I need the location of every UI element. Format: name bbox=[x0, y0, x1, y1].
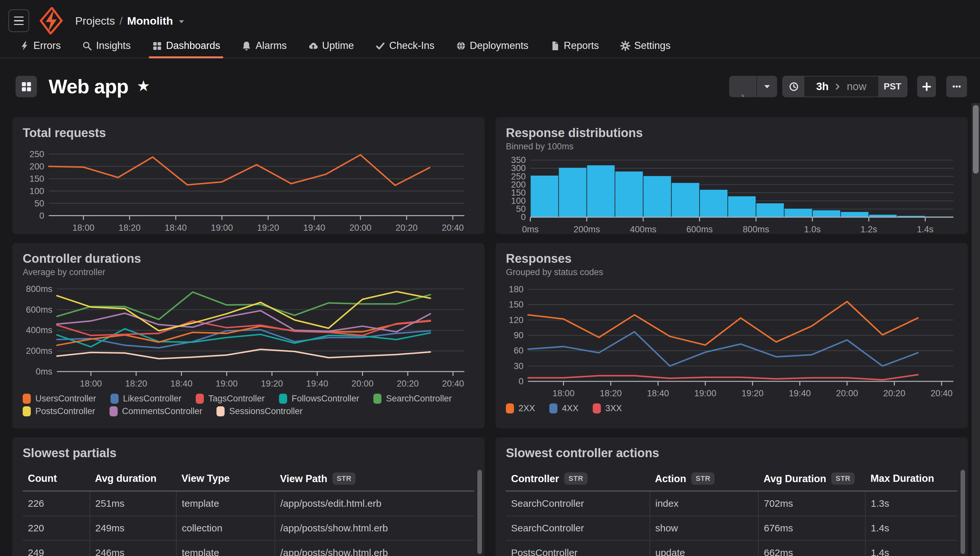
svg-text:100: 100 bbox=[29, 186, 44, 196]
breadcrumb-separator: / bbox=[120, 15, 123, 27]
breadcrumb-projects-link[interactable]: Projects bbox=[75, 15, 115, 27]
dashboard-controls: 3h now PST bbox=[729, 76, 967, 97]
table-cell: collection bbox=[176, 516, 275, 540]
legend-item[interactable]: SessionsController bbox=[217, 406, 303, 416]
brand-lightning-logo-icon[interactable] bbox=[39, 7, 63, 34]
svg-text:600ms: 600ms bbox=[26, 305, 52, 315]
legend-item[interactable]: CommentsController bbox=[110, 406, 202, 416]
breadcrumb-project-name[interactable]: Monolith bbox=[127, 15, 173, 27]
refresh-options-button[interactable] bbox=[757, 76, 777, 97]
bell-icon bbox=[241, 41, 251, 51]
table-row[interactable]: SearchControllerindex702ms1.3s bbox=[506, 491, 957, 516]
project-dropdown-caret-icon[interactable] bbox=[178, 20, 185, 24]
svg-text:150: 150 bbox=[509, 299, 523, 309]
svg-text:18:20: 18:20 bbox=[125, 378, 147, 388]
chevron-down-icon bbox=[763, 84, 771, 89]
svg-text:800ms: 800ms bbox=[743, 224, 769, 234]
favorite-star-icon[interactable]: ★ bbox=[137, 77, 150, 95]
panel-title: Slowest controller actions bbox=[506, 446, 957, 460]
table-cell: template bbox=[176, 540, 275, 556]
legend-item[interactable]: 3XX bbox=[593, 403, 622, 414]
slowest-controller-actions-table: ControllerSTRActionSTRAvg DurationSTRMax… bbox=[506, 467, 957, 556]
table-cell: 220 bbox=[23, 516, 90, 540]
app-header: Projects / Monolith ErrorsInsightsDashbo… bbox=[0, 0, 980, 58]
nav-item-deployments[interactable]: Deployments bbox=[455, 34, 530, 58]
svg-text:1.4s: 1.4s bbox=[917, 224, 933, 234]
nav-item-uptime[interactable]: Uptime bbox=[307, 34, 355, 58]
time-range-clock-button[interactable] bbox=[783, 76, 804, 97]
page-scrollbar-thumb[interactable] bbox=[973, 105, 979, 174]
column-header[interactable]: View Type bbox=[176, 467, 275, 491]
add-widget-button[interactable] bbox=[917, 76, 936, 97]
column-header[interactable]: View PathSTR bbox=[275, 467, 474, 491]
nav-item-dashboards[interactable]: Dashboards bbox=[151, 34, 222, 58]
column-header[interactable]: Count bbox=[23, 467, 90, 491]
type-badge: STR bbox=[691, 472, 715, 485]
panel-response-distributions: Response distributions Binned by 100ms 0… bbox=[495, 117, 968, 234]
legend-swatch bbox=[196, 394, 204, 404]
column-header[interactable]: ActionSTR bbox=[650, 467, 758, 491]
svg-text:18:40: 18:40 bbox=[170, 378, 192, 388]
timezone-button[interactable]: PST bbox=[878, 76, 907, 97]
legend-item[interactable]: UsersController bbox=[23, 394, 96, 404]
nav-item-alarms[interactable]: Alarms bbox=[240, 34, 288, 58]
table-row[interactable]: PostsControllerupdate662ms1.4s bbox=[506, 540, 957, 556]
table-row[interactable]: 249246mstemplate/app/posts/show.html.erb bbox=[23, 540, 474, 556]
table-row[interactable]: 226251mstemplate/app/posts/edit.html.erb bbox=[23, 491, 474, 516]
svg-text:150: 150 bbox=[29, 174, 44, 184]
svg-text:50: 50 bbox=[34, 198, 44, 208]
column-header[interactable]: ControllerSTR bbox=[506, 467, 650, 491]
table-header-row: CountAvg durationView TypeView PathSTR bbox=[23, 467, 474, 491]
legend-item[interactable]: 4XX bbox=[549, 403, 579, 414]
svg-text:18:20: 18:20 bbox=[119, 223, 141, 233]
legend-label: PostsController bbox=[35, 406, 95, 416]
cloud-up-icon bbox=[308, 41, 318, 51]
dashboard-grid: Total requests 05010015020025018:0018:20… bbox=[0, 117, 980, 556]
legend-item[interactable]: FollowsController bbox=[279, 394, 359, 404]
column-header[interactable]: Avg duration bbox=[90, 467, 176, 491]
table-cell: index bbox=[650, 491, 758, 516]
column-header[interactable]: Max Duration bbox=[865, 467, 957, 491]
table-cell: 1.4s bbox=[865, 540, 957, 556]
table-cell: 246ms bbox=[90, 540, 176, 556]
legend-item[interactable]: PostsController bbox=[23, 406, 95, 416]
svg-text:19:20: 19:20 bbox=[741, 388, 763, 398]
nav-item-reports[interactable]: Reports bbox=[549, 34, 600, 58]
legend-row: UsersControllerLikesControllerTagsContro… bbox=[23, 394, 474, 404]
svg-text:20:20: 20:20 bbox=[883, 388, 906, 398]
time-range-display[interactable]: 3h now bbox=[804, 76, 878, 97]
page-scrollbar-track[interactable] bbox=[972, 103, 980, 556]
panel-title: Response distributions bbox=[506, 126, 957, 140]
type-badge: STR bbox=[831, 472, 855, 485]
legend-item[interactable]: 2XX bbox=[506, 403, 535, 414]
nav-item-label: Dashboards bbox=[166, 40, 220, 52]
nav-item-check-ins[interactable]: Check-Ins bbox=[374, 34, 436, 58]
refresh-button[interactable] bbox=[729, 94, 757, 97]
table-scrollbar-thumb[interactable] bbox=[961, 470, 965, 554]
legend-label: 3XX bbox=[605, 403, 622, 414]
legend-item[interactable]: LikesController bbox=[110, 394, 181, 404]
nav-item-insights[interactable]: Insights bbox=[81, 34, 132, 58]
table-row[interactable]: 220249mscollection/app/posts/show.html.e… bbox=[23, 516, 474, 540]
legend-item[interactable]: SearchController bbox=[374, 394, 452, 404]
svg-text:20:00: 20:00 bbox=[352, 378, 374, 388]
grid-icon bbox=[152, 41, 162, 51]
svg-text:180: 180 bbox=[509, 284, 523, 294]
hamburger-menu-button[interactable] bbox=[8, 10, 29, 32]
legend-item[interactable]: TagsController bbox=[196, 394, 265, 404]
dashboard-list-button[interactable] bbox=[16, 76, 37, 97]
table-scrollbar-thumb[interactable] bbox=[477, 470, 482, 554]
table-cell: /app/posts/show.html.erb bbox=[275, 540, 474, 556]
column-header[interactable]: Avg DurationSTR bbox=[758, 467, 865, 491]
table-row[interactable]: SearchControllershow676ms1.4s bbox=[506, 516, 957, 540]
nav-item-label: Settings bbox=[634, 40, 671, 52]
nav-item-label: Check-Ins bbox=[389, 40, 435, 52]
panel-subtitle: Grouped by status codes bbox=[506, 267, 957, 278]
table-cell: 662ms bbox=[758, 540, 865, 556]
svg-text:1.0s: 1.0s bbox=[804, 224, 821, 234]
more-options-button[interactable] bbox=[946, 76, 967, 97]
svg-text:90: 90 bbox=[514, 330, 523, 340]
panel-subtitle: Binned by 100ms bbox=[506, 141, 957, 152]
nav-item-errors[interactable]: Errors bbox=[18, 34, 62, 58]
nav-item-settings[interactable]: Settings bbox=[619, 34, 672, 58]
